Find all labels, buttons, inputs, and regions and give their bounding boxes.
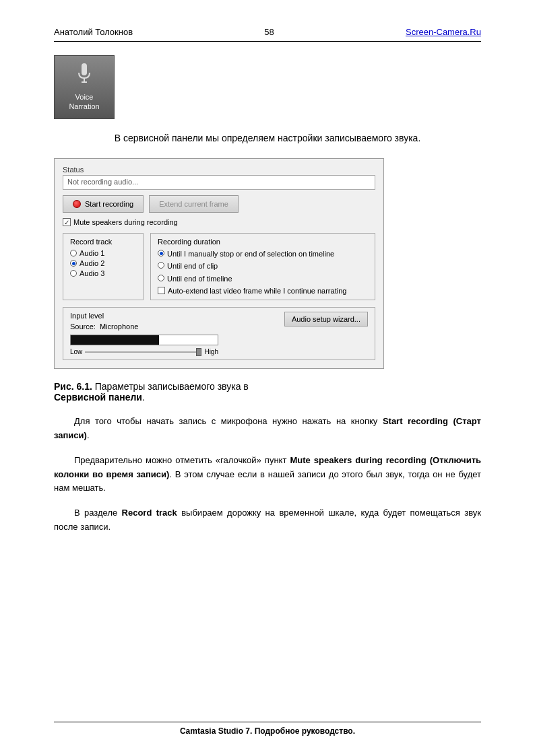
caption-text: Параметры записываемого звука в xyxy=(92,381,249,392)
low-label: Low xyxy=(70,348,82,355)
low-high-row: Low High xyxy=(70,348,218,355)
start-recording-label: Start recording xyxy=(85,200,133,208)
source-label: Source: xyxy=(70,322,96,331)
microphone-icon xyxy=(76,63,92,90)
audio2-radio[interactable] xyxy=(70,260,77,267)
duration1-radio[interactable] xyxy=(158,250,164,256)
paragraph-1: Для того чтобы начать запись с микрофона… xyxy=(54,415,481,443)
mute-checkbox[interactable]: ✓ xyxy=(63,218,71,226)
high-label: High xyxy=(204,348,218,355)
input-level-left: Input level Source: Microphone Low High xyxy=(70,312,278,355)
narration-icon-block: Voice Narration xyxy=(54,55,115,119)
duration1-label: Until I manually stop or end of selectio… xyxy=(167,249,334,259)
source-value: Microphone xyxy=(100,322,138,331)
screenshot-panel: Status Not recording audio... Start reco… xyxy=(54,158,384,369)
record-track-title: Record track xyxy=(70,238,136,246)
duration2-row: Until end of clip xyxy=(158,261,368,271)
audio1-radio[interactable] xyxy=(70,250,77,256)
figure-caption: Рис. 6.1. Параметры записываемого звука … xyxy=(54,381,481,403)
p3-bold: Record track xyxy=(122,508,177,518)
duration3-label: Until end of timeline xyxy=(167,274,232,283)
duration-title: Recording duration xyxy=(158,238,368,246)
audio3-label: Audio 3 xyxy=(80,269,104,277)
auto-extend-label: Auto-extend last video frame while I con… xyxy=(168,286,346,296)
record-dot-icon xyxy=(73,200,81,208)
auto-extend-checkbox[interactable] xyxy=(158,287,165,294)
p3-text1: В разделе xyxy=(74,508,122,518)
p1-text1: Для того чтобы начать запись с микрофона… xyxy=(74,416,383,426)
narration-label: Voice Narration xyxy=(69,92,99,112)
audio3-radio[interactable] xyxy=(70,270,77,277)
caption-bold-text: Сервисной панели xyxy=(54,392,142,403)
start-recording-button[interactable]: Start recording xyxy=(63,195,144,213)
duration3-row: Until end of timeline xyxy=(158,274,368,283)
audio-wizard-label: Audio setup wizard... xyxy=(292,315,360,323)
audio2-label: Audio 2 xyxy=(80,259,104,267)
buttons-row: Start recording Extend current frame xyxy=(63,195,375,213)
input-level-title: Input level xyxy=(70,312,278,320)
page: Анатолий Толокнов 58 Screen-Camera.Ru Vo… xyxy=(0,0,535,756)
audio1-row: Audio 1 xyxy=(70,249,136,257)
record-track-box: Record track Audio 1 Audio 2 Audio 3 xyxy=(63,233,144,300)
level-slider[interactable] xyxy=(85,351,201,353)
duration1-row: Until I manually stop or end of selectio… xyxy=(158,249,368,259)
caption-suffix: . xyxy=(142,392,145,403)
p1-text2: . xyxy=(87,430,90,440)
slider-thumb-icon xyxy=(196,348,201,356)
two-col-section: Record track Audio 1 Audio 2 Audio 3 Rec… xyxy=(63,233,375,300)
checkmark-icon: ✓ xyxy=(64,219,69,226)
audio-wizard-button[interactable]: Audio setup wizard... xyxy=(284,312,368,327)
recording-duration-box: Recording duration Until I manually stop… xyxy=(150,233,375,300)
header-page-number: 58 xyxy=(264,27,274,37)
footer: Camtasia Studio 7. Подробное руководство… xyxy=(54,722,481,736)
header: Анатолий Толокнов 58 Screen-Camera.Ru xyxy=(54,27,481,42)
mute-label: Mute speakers during recording xyxy=(73,218,178,226)
svg-rect-0 xyxy=(82,63,87,75)
header-author: Анатолий Толокнов xyxy=(54,27,133,37)
paragraph-3: В разделе Record track выбираем дорожку … xyxy=(54,506,481,535)
status-label: Status xyxy=(63,166,375,174)
status-group: Status Not recording audio... xyxy=(63,166,375,190)
level-bar xyxy=(70,335,218,345)
level-bar-fill xyxy=(71,335,159,345)
intro-text: В сервисной панели мы определяем настрой… xyxy=(54,133,481,143)
audio2-row: Audio 2 xyxy=(70,259,136,267)
extend-frame-label: Extend current frame xyxy=(159,200,228,208)
footer-text: Camtasia Studio 7. Подробное руководство… xyxy=(180,726,355,736)
paragraph-2: Предварительно можно отметить «галочкой»… xyxy=(54,454,481,495)
source-row: Source: Microphone xyxy=(70,322,278,331)
caption-prefix: Рис. 6.1. xyxy=(54,381,92,392)
audio3-row: Audio 3 xyxy=(70,269,136,277)
status-input: Not recording audio... xyxy=(63,175,375,190)
p2-text1: Предварительно можно отметить «галочкой»… xyxy=(74,455,290,465)
mute-row: ✓ Mute speakers during recording xyxy=(63,218,375,226)
header-link[interactable]: Screen-Camera.Ru xyxy=(406,27,481,37)
duration2-label: Until end of clip xyxy=(167,261,218,271)
duration2-radio[interactable] xyxy=(158,262,164,269)
input-level-box: Input level Source: Microphone Low High xyxy=(63,307,375,360)
audio1-label: Audio 1 xyxy=(80,249,104,257)
duration3-radio[interactable] xyxy=(158,275,164,281)
auto-extend-row: Auto-extend last video frame while I con… xyxy=(158,286,368,296)
extend-frame-button[interactable]: Extend current frame xyxy=(149,195,239,213)
